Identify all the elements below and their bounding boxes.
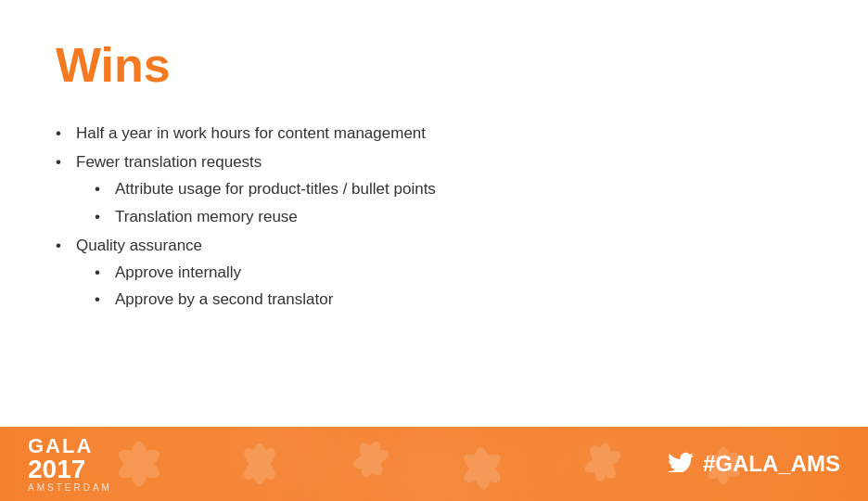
svg-point-13 <box>460 449 504 487</box>
sub-bullet-list: Approve internally Approve by a second t… <box>95 260 812 312</box>
svg-point-15 <box>478 464 487 473</box>
svg-point-7 <box>255 459 264 469</box>
twitter-icon <box>668 450 694 478</box>
sub-list-item: Attribute usage for product-titles / bul… <box>95 176 812 201</box>
svg-point-8 <box>351 446 390 473</box>
svg-point-14 <box>472 446 492 490</box>
svg-point-10 <box>358 439 385 479</box>
logo-city: AMSTERDAM <box>28 482 112 493</box>
svg-point-3 <box>134 458 145 469</box>
svg-point-4 <box>239 443 280 484</box>
svg-point-2 <box>130 441 148 487</box>
footer-hashtag: #GALA_AMS <box>668 450 840 478</box>
svg-point-19 <box>598 457 607 467</box>
svg-point-0 <box>114 444 163 483</box>
sub-list-item: Approve by a second translator <box>95 287 812 312</box>
footer-logo: GALA 2017 AMSTERDAM <box>28 436 112 493</box>
svg-point-18 <box>592 442 613 482</box>
sub-list-item: Translation memory reuse <box>95 204 812 229</box>
main-bullet-list: Half a year in work hours for content ma… <box>56 121 812 312</box>
svg-point-5 <box>239 443 280 484</box>
list-item: Half a year in work hours for content ma… <box>56 121 812 146</box>
list-item: Quality assurance Approve internally App… <box>56 233 812 313</box>
logo-gala: GALA <box>28 436 93 456</box>
slide-content: Wins Half a year in work hours for conte… <box>0 0 868 427</box>
sub-list-item: Approve internally <box>95 260 812 285</box>
svg-point-12 <box>460 449 504 487</box>
svg-point-9 <box>355 440 387 480</box>
list-item: Fewer translation requests Attribute usa… <box>56 149 812 229</box>
svg-point-6 <box>251 443 268 484</box>
svg-point-17 <box>585 442 619 482</box>
sub-bullet-list: Attribute usage for product-titles / bul… <box>95 176 812 228</box>
svg-point-1 <box>114 444 163 483</box>
svg-point-16 <box>582 447 624 477</box>
logo-year: 2017 <box>28 456 85 482</box>
hashtag-label: #GALA_AMS <box>703 451 840 477</box>
svg-point-11 <box>366 455 376 464</box>
footer: GALA 2017 AMSTERDAM #GALA_AMS <box>0 427 868 501</box>
slide-title: Wins <box>56 37 812 93</box>
